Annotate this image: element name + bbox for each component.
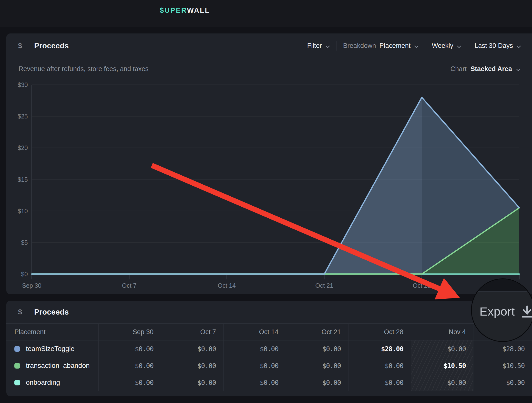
value-cell: $0.00 (473, 374, 532, 391)
dollar-icon: $ (18, 42, 24, 50)
placement-name: onboarding (26, 379, 60, 386)
interval-value: Weekly (432, 42, 453, 50)
value-cell: $0.00 (286, 374, 348, 391)
chart-subtitle-row: Revenue after refunds, store fees, and t… (6, 58, 532, 73)
superwall-dashboard: { "topbar": { "logo_accent": "$UPER", "l… (0, 0, 532, 403)
placement-cell: onboarding (6, 374, 98, 391)
value-cell: $0.00 (223, 340, 286, 357)
filter-dropdown[interactable]: Filter (307, 42, 330, 50)
value-cell: $0.00 (98, 340, 161, 357)
table-body: teamSizeToggle$0.00$0.00$0.00$0.00$28.00… (6, 340, 532, 391)
table-title: Proceeds (34, 308, 69, 317)
date-range-value: Last 30 Days (474, 42, 513, 50)
logo-accent: $UPER (160, 6, 187, 14)
control-separator (468, 41, 468, 51)
control-separator (425, 41, 425, 51)
value-cell: $0.00 (223, 357, 286, 374)
chevron-down-icon (414, 42, 419, 50)
date-range-dropdown[interactable]: Last 30 Days (474, 42, 521, 50)
value-cell: $0.00 (411, 340, 473, 357)
placement-cell: transaction_abandon (6, 357, 98, 374)
breakdown-label: Breakdown (343, 42, 376, 50)
value-cell: $10.50 (473, 357, 532, 374)
value-cell: $0.00 (286, 357, 348, 374)
proceeds-chart-card: $ Proceeds Filter Breakdown Placement We… (6, 33, 532, 294)
page-title: Proceeds (34, 42, 69, 50)
value-cell: $0.00 (161, 357, 223, 374)
column-header-oct-14: Oct 14 (223, 324, 286, 340)
interval-dropdown[interactable]: Weekly (432, 42, 461, 50)
placement-name: teamSizeToggle (26, 345, 74, 353)
chart-type-label: Chart (450, 65, 467, 73)
table-row-teamSizeToggle[interactable]: teamSizeToggle$0.00$0.00$0.00$0.00$28.00… (6, 340, 532, 357)
magnifier-divider (472, 291, 532, 292)
table-row-transaction_abandon[interactable]: transaction_abandon$0.00$0.00$0.00$0.00$… (6, 357, 532, 374)
table-row-onboarding[interactable]: onboarding$0.00$0.00$0.00$0.00$0.00$0.00… (6, 374, 532, 391)
chart-type-dropdown[interactable]: Chart Stacked Area (450, 65, 521, 73)
breakdown-dropdown[interactable]: Breakdown Placement (343, 42, 419, 50)
control-separator (337, 41, 337, 51)
control-separator (301, 41, 301, 51)
series-color-swatch (14, 380, 20, 385)
chart-card-header: $ Proceeds Filter Breakdown Placement We… (6, 33, 532, 58)
value-cell: $0.00 (348, 357, 411, 374)
series-color-swatch (14, 346, 20, 352)
chart-subtitle: Revenue after refunds, store fees, and t… (19, 65, 149, 73)
value-cell: $0.00 (223, 374, 286, 391)
top-navigation-bar: $UPERWALL (0, 0, 532, 27)
value-cell: $0.00 (98, 374, 161, 391)
chevron-down-icon (457, 42, 461, 50)
value-cell: $28.00 (473, 340, 532, 357)
value-cell: $28.00 (348, 340, 411, 357)
export-button[interactable]: Export (480, 305, 515, 318)
filter-label: Filter (307, 42, 322, 50)
value-cell: $0.00 (411, 374, 473, 391)
column-header-nov-4: Nov 4 (411, 324, 473, 340)
download-icon (521, 306, 532, 320)
chevron-down-icon (325, 42, 330, 50)
column-header-oct-28: Oct 28 (348, 324, 411, 340)
chevron-down-icon (516, 66, 521, 73)
superwall-logo[interactable]: $UPERWALL (160, 6, 210, 14)
dollar-icon: $ (18, 308, 24, 316)
value-cell: $0.00 (348, 374, 411, 391)
column-header-oct-21: Oct 21 (286, 324, 348, 340)
value-cell: $0.00 (161, 340, 223, 357)
placement-name: transaction_abandon (26, 362, 90, 370)
value-cell: $0.00 (286, 340, 348, 357)
table-card-header: $ Proceeds (6, 301, 532, 323)
value-cell: $10.50 (411, 357, 473, 374)
column-header-sep-30: Sep 30 (98, 324, 161, 340)
value-cell: $0.00 (161, 374, 223, 391)
column-header-placement: Placement (6, 324, 98, 340)
chart-type-value: Stacked Area (471, 65, 512, 73)
proceeds-table-card: $ Proceeds PlacementSep 30Oct 7Oct 14Oct… (6, 301, 532, 396)
export-button-magnifier[interactable]: Export (471, 278, 532, 342)
placement-cell: teamSizeToggle (6, 340, 98, 357)
column-header-oct-7: Oct 7 (161, 324, 223, 340)
value-cell: $0.00 (98, 357, 161, 374)
chevron-down-icon (516, 42, 521, 50)
series-color-swatch (14, 363, 20, 369)
logo-rest: WALL (187, 6, 210, 14)
chart-controls: Filter Breakdown Placement Weekly Last 3… (301, 41, 532, 51)
table-header-row: PlacementSep 30Oct 7Oct 14Oct 21Oct 28No… (6, 323, 532, 340)
breakdown-value: Placement (379, 42, 411, 50)
